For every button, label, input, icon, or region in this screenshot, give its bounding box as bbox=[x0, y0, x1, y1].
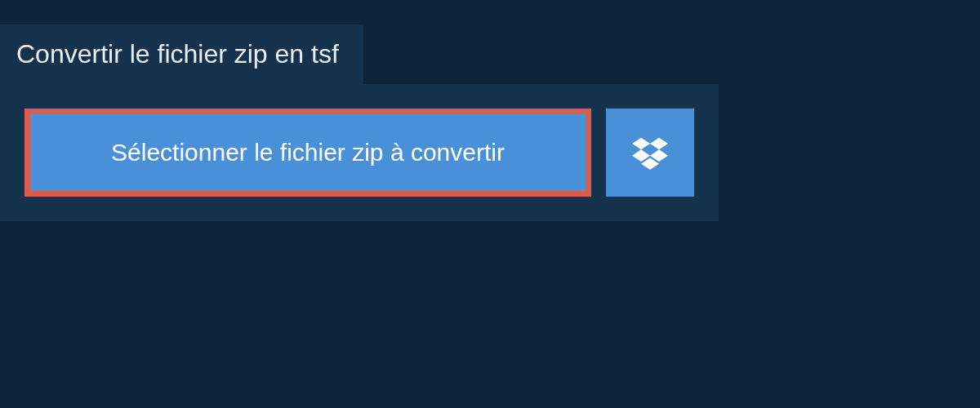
select-file-button[interactable]: Sélectionner le fichier zip à convertir bbox=[24, 109, 591, 197]
select-file-label: Sélectionner le fichier zip à convertir bbox=[111, 139, 505, 166]
dropbox-button[interactable] bbox=[606, 109, 694, 197]
converter-widget: Convertir le fichier zip en tsf Sélectio… bbox=[0, 0, 980, 221]
dropbox-icon bbox=[632, 135, 668, 171]
page-title: Convertir le fichier zip en tsf bbox=[0, 24, 363, 84]
upload-panel: Sélectionner le fichier zip à convertir bbox=[0, 84, 719, 221]
